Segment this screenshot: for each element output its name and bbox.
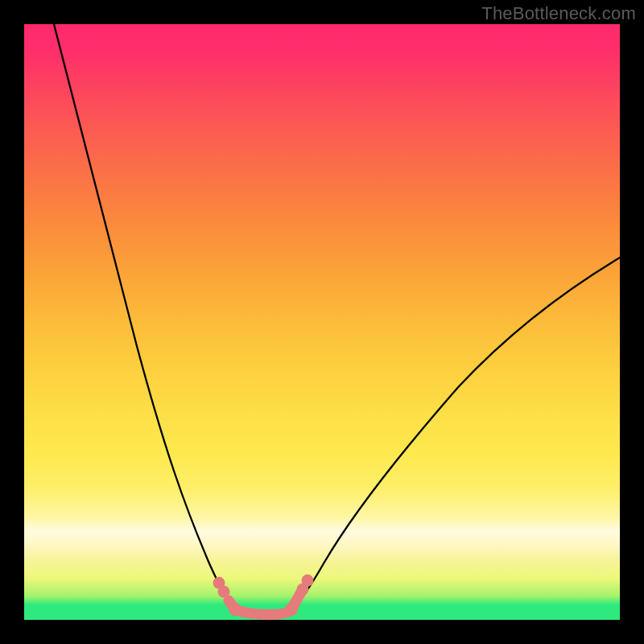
optimal-dot [218, 586, 230, 598]
optimal-dot [285, 603, 298, 616]
optimal-dot [302, 575, 314, 587]
chart-frame: TheBottleneck.com [0, 0, 644, 644]
watermark-label: TheBottleneck.com [481, 3, 636, 24]
curve-right-branch [291, 258, 620, 609]
plot-area [24, 24, 620, 620]
chart-svg [24, 24, 620, 620]
optimal-dot [229, 603, 242, 616]
curve-left-branch [54, 24, 235, 609]
